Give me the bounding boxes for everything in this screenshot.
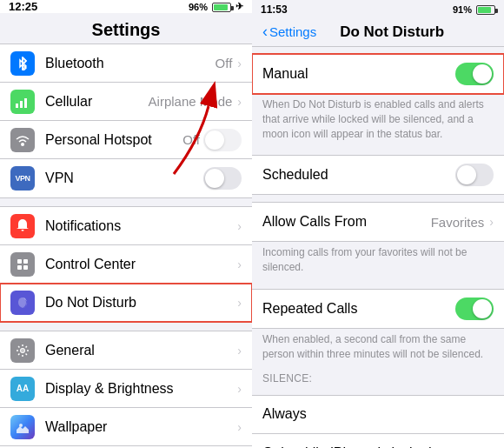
back-label: Settings	[269, 24, 316, 39]
general-label: General	[45, 343, 235, 358]
dnd-group-allow-calls: Allow Calls From Favorites ›	[252, 202, 504, 242]
svg-point-4	[21, 143, 24, 146]
dnd-label: Do Not Disturb	[45, 295, 235, 311]
repeated-toggle[interactable]	[455, 298, 494, 320]
right-header: ‹ Settings Do Not Disturb	[252, 19, 504, 47]
allow-calls-desc: Incoming calls from your favorites will …	[252, 242, 504, 282]
right-time: 11:53	[261, 3, 288, 16]
repeated-desc: When enabled, a second call from the sam…	[252, 329, 504, 369]
vpn-label: VPN	[45, 171, 203, 186]
control-center-label: Control Center	[45, 257, 235, 272]
manual-toggle[interactable]	[455, 63, 494, 85]
plane-icon: ✈	[235, 1, 243, 12]
hotspot-icon	[10, 128, 35, 152]
silence-header: SILENCE:	[252, 369, 504, 388]
left-panel: 12:25 96% ✈ Settings Bluetooth Off ›	[0, 0, 252, 448]
cellular-value: Airplane Mode	[149, 94, 233, 109]
svg-rect-8	[17, 265, 22, 270]
dnd-item-repeated[interactable]: Repeated Calls	[252, 290, 504, 328]
dnd-group-manual: Manual	[252, 54, 504, 94]
bluetooth-chevron: ›	[237, 57, 242, 70]
hotspot-value: Off	[182, 132, 200, 147]
cellular-icon	[10, 90, 35, 114]
settings-item-display[interactable]: AA Display & Brightness ›	[0, 370, 252, 408]
wallpaper-label: Wallpaper	[45, 419, 235, 435]
settings-item-control-center[interactable]: Control Center ›	[0, 245, 252, 284]
svg-rect-5	[22, 230, 24, 231]
right-battery-percent: 91%	[453, 4, 472, 15]
battery-percent: 96%	[189, 2, 208, 12]
allow-calls-chevron: ›	[489, 215, 494, 229]
svg-point-12	[19, 424, 23, 427]
settings-item-dnd[interactable]: Do Not Disturb ›	[0, 284, 252, 322]
dnd-item-only-locked[interactable]: Only while iPhone is locked ✓	[252, 434, 504, 448]
vpn-toggle[interactable]	[203, 167, 242, 190]
settings-group-1: Bluetooth Off › Cellular Airplane Mode ›	[0, 43, 252, 198]
display-label: Display & Brightness	[45, 381, 235, 397]
only-locked-label: Only while iPhone is locked	[262, 435, 475, 448]
settings-item-cellular[interactable]: Cellular Airplane Mode ›	[0, 83, 252, 121]
dnd-group-silence: Always Only while iPhone is locked ✓	[252, 395, 504, 448]
only-locked-checkmark: ✓	[481, 444, 494, 448]
scheduled-toggle[interactable]	[455, 164, 494, 186]
settings-title: Settings	[0, 13, 252, 43]
back-button[interactable]: ‹ Settings	[262, 23, 316, 41]
wallpaper-chevron: ›	[237, 420, 242, 434]
control-center-icon	[10, 252, 35, 277]
always-label: Always	[262, 396, 494, 432]
back-chevron: ‹	[262, 23, 268, 41]
dnd-page-title: Do Not Disturb	[316, 23, 468, 41]
cellular-chevron: ›	[237, 95, 242, 109]
bluetooth-icon	[10, 51, 35, 76]
dnd-item-allow-calls[interactable]: Allow Calls From Favorites ›	[252, 203, 504, 241]
dnd-item-always[interactable]: Always	[252, 396, 504, 434]
allow-calls-value: Favorites	[431, 215, 485, 230]
svg-rect-2	[24, 98, 27, 108]
svg-rect-1	[20, 101, 23, 108]
settings-item-bluetooth[interactable]: Bluetooth Off ›	[0, 44, 252, 83]
right-content: Manual When Do Not Disturb is enabled ca…	[252, 47, 504, 448]
right-status-icons: 91%	[453, 4, 495, 15]
wallpaper-icon	[10, 415, 35, 439]
settings-item-vpn[interactable]: VPN VPN	[0, 159, 252, 197]
bluetooth-label: Bluetooth	[45, 56, 216, 71]
dnd-chevron: ›	[237, 296, 242, 310]
svg-rect-7	[23, 259, 28, 264]
dnd-item-manual[interactable]: Manual	[252, 55, 504, 93]
settings-item-notifications[interactable]: Notifications ›	[0, 207, 252, 245]
right-status-bar: 11:53 91%	[252, 0, 504, 19]
control-center-chevron: ›	[237, 257, 242, 271]
dnd-group-repeated: Repeated Calls	[252, 289, 504, 329]
battery-icon	[212, 2, 231, 12]
manual-label: Manual	[262, 56, 455, 92]
svg-rect-9	[23, 265, 28, 270]
dnd-group-scheduled: Scheduled	[252, 155, 504, 195]
bluetooth-value: Off	[216, 56, 233, 70]
cellular-label: Cellular	[45, 94, 149, 110]
notifications-chevron: ›	[237, 219, 242, 233]
vpn-icon: VPN	[10, 166, 35, 191]
repeated-label: Repeated Calls	[262, 291, 455, 327]
notifications-label: Notifications	[45, 218, 235, 234]
settings-item-wallpaper[interactable]: Wallpaper ›	[0, 408, 252, 446]
svg-rect-6	[17, 259, 22, 264]
general-icon	[10, 338, 35, 363]
right-battery-icon	[476, 5, 495, 15]
hotspot-toggle[interactable]	[203, 129, 242, 151]
settings-group-3: General › AA Display & Brightness › Wall…	[0, 331, 252, 448]
notifications-icon	[10, 214, 35, 238]
right-panel: 11:53 91% ‹ Settings Do Not Disturb Manu…	[252, 0, 504, 448]
settings-item-hotspot[interactable]: Personal Hotspot Off	[0, 121, 252, 159]
left-status-bar: 12:25 96% ✈	[0, 0, 252, 13]
scheduled-label: Scheduled	[262, 157, 455, 193]
dnd-item-scheduled[interactable]: Scheduled	[252, 156, 504, 194]
display-icon: AA	[10, 377, 35, 401]
settings-item-general[interactable]: General ›	[0, 331, 252, 370]
left-status-icons: 96% ✈	[189, 1, 243, 12]
manual-desc: When Do Not Disturb is enabled calls and…	[252, 94, 504, 148]
general-chevron: ›	[237, 344, 242, 358]
allow-calls-label: Allow Calls From	[262, 204, 431, 240]
svg-rect-0	[16, 104, 18, 108]
settings-group-2: Notifications › Control Center ›	[0, 206, 252, 323]
display-chevron: ›	[237, 382, 242, 396]
